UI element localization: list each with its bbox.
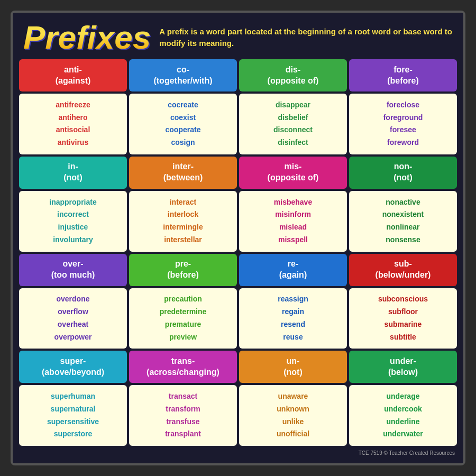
prefix-header-co: co-(together/with): [129, 59, 237, 91]
word-item: supersensitive: [47, 416, 99, 428]
word-item: injustice: [58, 221, 88, 234]
word-item: regain: [282, 306, 304, 318]
word-item: transact: [169, 390, 197, 403]
word-item: interstellar: [164, 234, 202, 246]
prefix-words-co: cocreatecoexistcooperatecosign: [129, 94, 237, 154]
prefix-header-trans: trans-(across/changing): [129, 351, 237, 383]
word-item: transplant: [165, 428, 201, 441]
word-item: unaware: [278, 390, 308, 403]
word-item: intermingle: [163, 221, 203, 234]
word-item: antifreeze: [56, 99, 90, 112]
word-item: subfloor: [388, 306, 418, 318]
footer-note: TCE 7519 © Teacher Created Resources: [19, 449, 457, 457]
prefix-header-un: un-(not): [239, 351, 347, 383]
word-item: undercook: [384, 403, 422, 416]
word-item: disappear: [276, 99, 310, 112]
word-item: premature: [165, 318, 201, 331]
prefix-header-fore: fore-(before): [349, 59, 457, 91]
word-item: subtitle: [390, 331, 416, 344]
prefix-words-under: underageundercookunderlineunderwater: [349, 385, 457, 446]
word-item: nonexistent: [382, 208, 424, 221]
prefix-words-over: overdoneoverflowoverheatoverpower: [19, 288, 127, 349]
word-item: cosign: [171, 136, 195, 149]
prefix-header-dis: dis-(opposite of): [239, 59, 347, 91]
word-item: transfuse: [166, 416, 199, 428]
prefix-header-inter: inter-(between): [129, 157, 237, 189]
word-item: foreground: [383, 112, 423, 124]
prefix-words-pre: precautionpredetermineprematurepreview: [129, 288, 237, 349]
word-item: foresee: [390, 124, 416, 136]
word-item: coexist: [170, 112, 196, 124]
word-item: cooperate: [166, 124, 201, 136]
word-item: overpower: [54, 331, 92, 344]
word-item: resend: [281, 318, 305, 331]
word-item: cocreate: [168, 99, 198, 112]
word-item: reuse: [283, 331, 303, 344]
prefix-words-sub: subconscioussubfloorsubmarinesubtitle: [349, 288, 457, 349]
prefix-header-under: under-(below): [349, 351, 457, 383]
word-item: unlike: [282, 416, 304, 428]
word-item: mislead: [279, 221, 307, 234]
word-item: overdone: [56, 293, 89, 306]
word-item: overflow: [58, 306, 88, 318]
word-item: unknown: [277, 403, 309, 416]
word-item: antihero: [58, 112, 87, 124]
prefix-header-re: re-(again): [239, 254, 347, 286]
prefix-words-anti: antifreezeantiheroantisocialantivirus: [19, 94, 127, 154]
word-item: interlock: [168, 208, 198, 221]
prefix-header-sub: sub-(below/under): [349, 254, 457, 286]
prefix-words-non: nonactivenonexistentnonlinearnonsense: [349, 191, 457, 252]
word-item: reassign: [278, 293, 308, 306]
word-item: preview: [169, 331, 197, 344]
prefix-header-in: in-(not): [19, 157, 127, 189]
prefix-header-non: non-(not): [349, 157, 457, 189]
title: Prefixes: [23, 21, 151, 54]
prefix-header-over: over-(too much): [19, 254, 127, 286]
prefix-words-super: superhumansupernaturalsupersensitivesupe…: [19, 385, 127, 446]
prefix-words-fore: forecloseforegroundforeseeforeword: [349, 94, 457, 154]
word-item: disconnect: [273, 124, 313, 136]
word-item: foreword: [387, 136, 419, 149]
poster: Prefixes A prefix is a word part located…: [11, 11, 465, 465]
word-item: disinfect: [278, 136, 308, 149]
word-item: overheat: [58, 318, 88, 331]
word-item: nonlinear: [386, 221, 419, 234]
word-item: supernatural: [51, 403, 96, 416]
word-item: superstore: [54, 428, 92, 441]
word-item: underline: [386, 416, 419, 428]
word-item: misinform: [275, 208, 311, 221]
word-item: superhuman: [51, 390, 95, 403]
word-item: foreclose: [387, 99, 419, 112]
word-item: inappropriate: [49, 196, 96, 209]
word-item: misbehave: [274, 196, 312, 209]
word-item: involuntary: [53, 234, 93, 246]
word-item: nonsense: [386, 234, 420, 246]
word-item: misspell: [278, 234, 308, 246]
word-item: nonactive: [386, 196, 420, 209]
prefix-words-in: inappropriateincorrectinjusticeinvolunta…: [19, 191, 127, 252]
prefix-header-pre: pre-(before): [129, 254, 237, 286]
prefix-words-un: unawareunknownunlikeunofficial: [239, 385, 347, 446]
word-item: underwater: [383, 428, 423, 441]
prefix-words-mis: misbehavemisinformmisleadmisspell: [239, 191, 347, 252]
word-item: interact: [170, 196, 197, 209]
prefix-words-trans: transacttransformtransfusetransplant: [129, 385, 237, 446]
word-item: transform: [166, 403, 200, 416]
prefix-words-re: reassignregainresendreuse: [239, 288, 347, 349]
header: Prefixes A prefix is a word part located…: [19, 19, 457, 56]
prefix-header-anti: anti-(against): [19, 59, 127, 91]
prefix-words-inter: interactinterlockintermingleinterstellar: [129, 191, 237, 252]
subtitle: A prefix is a word part located at the b…: [159, 26, 453, 50]
prefix-grid: anti-(against)co-(together/with)dis-(opp…: [19, 59, 457, 446]
word-item: antivirus: [58, 136, 88, 149]
word-item: unofficial: [277, 428, 309, 441]
word-item: predetermine: [160, 306, 207, 318]
word-item: submarine: [385, 318, 422, 331]
word-item: precaution: [164, 293, 202, 306]
word-item: disbelief: [278, 112, 308, 124]
word-item: subconscious: [378, 293, 428, 306]
prefix-words-dis: disappeardisbeliefdisconnectdisinfect: [239, 94, 347, 154]
prefix-header-super: super-(above/beyond): [19, 351, 127, 383]
prefix-header-mis: mis-(opposite of): [239, 157, 347, 189]
word-item: antisocial: [56, 124, 90, 136]
